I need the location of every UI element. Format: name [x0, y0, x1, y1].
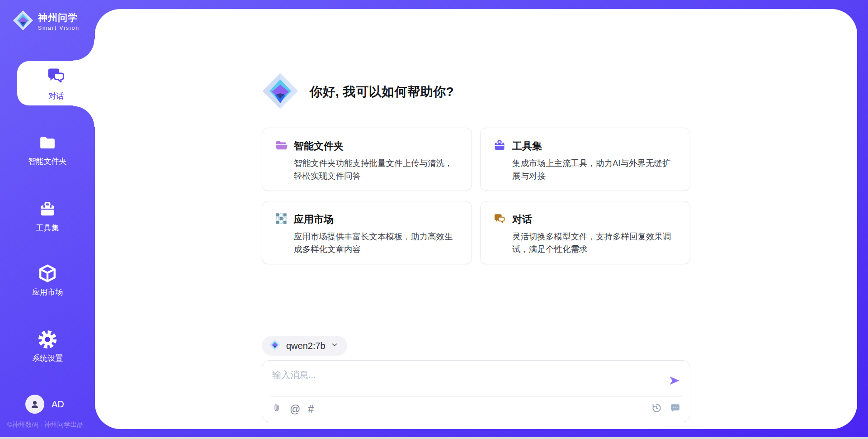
user-account[interactable]: AD — [25, 395, 64, 414]
at-sign-icon: @ — [290, 404, 300, 415]
paperclip-icon — [271, 403, 282, 415]
assistant-logo-icon — [262, 72, 299, 111]
model-selector[interactable]: qwen2:7b — [262, 336, 347, 356]
sidebar-item-label: 工具集 — [36, 223, 59, 233]
message-composer: @ # — [262, 360, 690, 422]
sidebar-item-label: 系统设置 — [32, 353, 63, 363]
sidebar: 神州问学 Smart Vision 对话 智能文件夹 — [0, 0, 95, 439]
hash-icon: # — [308, 404, 314, 415]
taskbar-edge — [0, 437, 868, 439]
sidebar-item-toolset[interactable]: 工具集 — [0, 199, 95, 233]
card-smart-folder[interactable]: 智能文件夹 智能文件夹功能支持批量文件上传与清洗，轻松实现文件问答 — [262, 128, 472, 191]
conversations-button[interactable] — [670, 402, 681, 415]
card-title: 工具集 — [512, 139, 542, 153]
card-title: 智能文件夹 — [294, 139, 344, 153]
sidebar-item-label: 对话 — [48, 91, 64, 101]
sidebar-item-label: 应用市场 — [32, 287, 63, 297]
sidebar-item-settings[interactable]: 系统设置 — [0, 329, 95, 363]
composer-divider — [270, 396, 682, 397]
feature-cards: 智能文件夹 智能文件夹功能支持批量文件上传与清洗，轻松实现文件问答 — [262, 128, 690, 264]
card-app-market[interactable]: 应用市场 应用市场提供丰富长文本模板，助力高效生成多样化文章内容 — [262, 201, 472, 264]
avatar — [25, 395, 44, 414]
gear-icon — [37, 329, 58, 349]
sidebar-item-app-market[interactable]: 应用市场 — [0, 263, 95, 297]
brand: 神州问学 Smart Vision — [13, 10, 80, 33]
model-name: qwen2:7b — [286, 341, 326, 351]
grid-icon — [275, 212, 288, 227]
chat-bubbles-icon — [46, 66, 66, 87]
mention-button[interactable]: @ — [290, 404, 300, 415]
brand-logo-icon — [13, 10, 33, 33]
attach-button[interactable] — [271, 403, 282, 415]
sidebar-item-chat[interactable]: 对话 — [17, 61, 95, 105]
toolbox-icon — [38, 199, 57, 219]
cube-icon — [38, 263, 57, 283]
model-logo-icon — [269, 339, 281, 353]
greeting-title: 你好, 我可以如何帮助你? — [310, 83, 454, 100]
card-title: 应用市场 — [294, 213, 334, 226]
history-icon — [651, 402, 662, 415]
sidebar-item-smart-folder[interactable]: 智能文件夹 — [0, 133, 95, 167]
card-toolset[interactable]: 工具集 集成市场上主流工具，助力AI与外界无缝扩展与对接 — [480, 128, 690, 191]
card-title: 对话 — [512, 213, 532, 226]
main-panel: 你好, 我可以如何帮助你? 智能文件夹 智能文件夹功能支持批量文件上传与清洗，轻… — [95, 9, 857, 429]
history-button[interactable] — [651, 402, 662, 415]
brand-subtitle: Smart Vision — [38, 25, 80, 31]
toolbox-icon — [493, 139, 506, 153]
copyright-text: ©神州数码 · 神州问学出品 — [7, 420, 95, 429]
folder-open-icon — [275, 139, 288, 153]
chevron-down-icon — [331, 341, 338, 350]
chat-filled-icon — [670, 402, 681, 415]
card-description: 应用市场提供丰富长文本模板，助力高效生成多样化文章内容 — [294, 230, 459, 256]
card-description: 灵活切换多模型文件，支持多样回复效果调试，满足个性化需求 — [512, 230, 677, 256]
chat-bubbles-icon — [493, 212, 506, 227]
message-input[interactable] — [262, 361, 658, 393]
greeting: 你好, 我可以如何帮助你? — [262, 72, 690, 111]
topic-button[interactable]: # — [308, 404, 314, 415]
send-icon — [668, 382, 681, 388]
brand-name: 神州问学 — [38, 11, 80, 24]
card-description: 集成市场上主流工具，助力AI与外界无缝扩展与对接 — [512, 157, 677, 182]
sidebar-item-label: 智能文件夹 — [28, 156, 67, 167]
card-chat[interactable]: 对话 灵活切换多模型文件，支持多样回复效果调试，满足个性化需求 — [480, 201, 690, 264]
user-initials: AD — [52, 399, 64, 410]
send-button[interactable] — [668, 374, 681, 387]
card-description: 智能文件夹功能支持批量文件上传与清洗，轻松实现文件问答 — [294, 157, 459, 182]
folder-icon — [38, 133, 57, 153]
